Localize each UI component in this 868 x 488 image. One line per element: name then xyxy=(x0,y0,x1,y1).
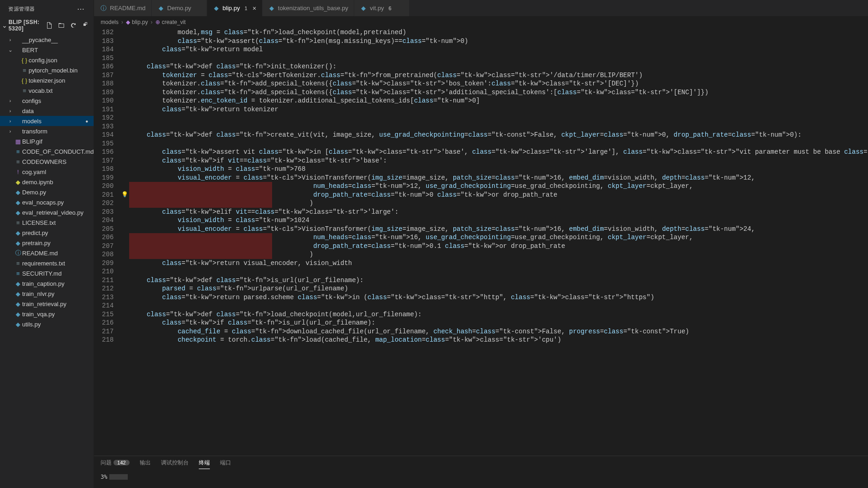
code-line[interactable]: parsed = class="tk-fn">urlparse(url_or_f… xyxy=(129,284,868,293)
panel-tab[interactable]: 问题142 xyxy=(101,459,129,469)
tree-file[interactable]: ◆utils.py xyxy=(0,319,94,329)
code-line[interactable]: class="tk-kw">return visual_encoder, vis… xyxy=(129,259,868,268)
tree-item-label: train_nlvr.py xyxy=(22,290,54,297)
code-line[interactable]: visual_encoder = class="tk-cls">VisionTr… xyxy=(129,174,868,182)
tree-file[interactable]: ≡requirements.txt xyxy=(0,258,94,268)
code-line[interactable]: num_heads=class="tk-num">12, use_grad_ch… xyxy=(129,182,868,191)
code-line[interactable]: class="tk-kw">return parsed.scheme class… xyxy=(129,293,868,302)
tree-folder[interactable]: ›configs xyxy=(0,96,94,106)
tree-folder[interactable]: ›data xyxy=(0,106,94,116)
tree-folder[interactable]: ⌄BERT xyxy=(0,45,94,55)
breadcrumb-item[interactable]: models xyxy=(101,19,119,25)
glyph-cell xyxy=(120,267,129,276)
code-line[interactable] xyxy=(129,122,868,131)
tree-file[interactable]: ◆eval_retrieval_video.py xyxy=(0,207,94,217)
tree-file[interactable]: ▦BLIP.gif xyxy=(0,136,94,146)
tree-file[interactable]: { }tokenizer.json xyxy=(0,75,94,85)
close-icon[interactable]: × xyxy=(252,5,256,12)
breadcrumb-item[interactable]: ◆blip.py xyxy=(126,19,148,25)
tree-file[interactable]: ◆pretrain.py xyxy=(0,238,94,248)
tree-folder[interactable]: ›__pycache__ xyxy=(0,35,94,45)
code-line[interactable] xyxy=(129,267,868,276)
tree-folder[interactable]: ›models xyxy=(0,116,94,126)
tree-folder[interactable]: ›transform xyxy=(0,126,94,136)
code-line[interactable]: vision_width = class="tk-num">768 xyxy=(129,165,868,174)
panel-tab[interactable]: 端口 xyxy=(220,459,231,469)
code-line[interactable]: tokenizer.enc_token_id = tokenizer.addit… xyxy=(129,96,868,105)
code-line[interactable]: cached_file = class="tk-fn">download_cac… xyxy=(129,327,868,336)
explorer-title-row: 资源管理器 ⋯ xyxy=(0,0,94,17)
editor-tab[interactable]: ◆blip.py1× xyxy=(207,0,262,16)
code-line[interactable]: model,msg = class="tk-fn">load_checkpoin… xyxy=(129,28,868,37)
panel-tab[interactable]: 调试控制台 xyxy=(161,459,189,469)
code-line[interactable]: tokenizer = class="tk-cls">BertTokenizer… xyxy=(129,71,868,80)
refresh-icon[interactable] xyxy=(70,22,77,29)
code-line[interactable]: class="tk-kw">return tokenizer xyxy=(129,105,868,114)
code-line[interactable] xyxy=(129,139,868,148)
lightbulb-icon[interactable]: 💡 xyxy=(121,191,128,199)
code-line[interactable]: class="tk-kw">def class="tk-fn">load_che… xyxy=(129,310,868,319)
tree-file[interactable]: ≡CODEOWNERS xyxy=(0,157,94,167)
tree-file[interactable]: ◆Demo.py xyxy=(0,187,94,197)
code-line[interactable]: drop_path_rate=class="tk-num">0 class="t… xyxy=(129,191,868,199)
code-line[interactable]: class="tk-kw">return model xyxy=(129,45,868,54)
tree-file[interactable]: ⓘREADME.md xyxy=(0,248,94,258)
tree-file[interactable]: ≡SECURITY.md xyxy=(0,268,94,278)
explorer-more-icon[interactable]: ⋯ xyxy=(75,5,86,13)
line-number: 184 xyxy=(94,45,113,54)
tree-file[interactable]: ≡vocab.txt xyxy=(0,85,94,96)
code-line[interactable]: class="tk-kw">def class="tk-fn">is_url(u… xyxy=(129,276,868,285)
txt-icon: ≡ xyxy=(14,158,22,165)
code-editor[interactable]: 1821831841851861871881891901911921931941… xyxy=(94,28,868,456)
code-line[interactable] xyxy=(129,301,868,310)
code-line[interactable]: ) xyxy=(129,250,868,259)
code-line[interactable]: drop_path_rate=class="tk-num">0.1 class=… xyxy=(129,242,868,251)
tree-file[interactable]: ≡LICENSE.txt xyxy=(0,217,94,228)
panel-tab[interactable]: 终端 xyxy=(199,459,210,469)
glyph-cell xyxy=(120,301,129,310)
tree-file[interactable]: ◆train_nlvr.py xyxy=(0,289,94,299)
code-line[interactable]: tokenizer.class="tk-fn">add_special_toke… xyxy=(129,79,868,88)
editor-tab[interactable]: ⓘREADME.md xyxy=(94,0,151,16)
tree-file[interactable]: !cog.yaml xyxy=(0,167,94,177)
code-line[interactable]: class="tk-kw">assert(class="tk-fn">len(m… xyxy=(129,37,868,46)
tree-file[interactable]: ◆demo.ipynb xyxy=(0,177,94,187)
code-line[interactable]: tokenizer.class="tk-fn">add_special_toke… xyxy=(129,88,868,97)
code-line[interactable]: num_heads=class="tk-num">16, use_grad_ch… xyxy=(129,233,868,242)
project-header[interactable]: ⌄ BLIP [SSH: 5320] xyxy=(0,17,94,34)
file-tree[interactable]: ›__pycache__⌄BERT{ }config.json≡pytorch_… xyxy=(0,34,94,488)
panel-tab[interactable]: 输出 xyxy=(140,459,151,469)
editor-tab[interactable]: ◆tokenization_utils_base.py xyxy=(262,0,355,16)
code-line[interactable] xyxy=(129,114,868,122)
tree-item-label: __pycache__ xyxy=(22,36,58,43)
code-content[interactable]: model,msg = class="tk-fn">load_checkpoin… xyxy=(129,28,868,456)
code-line[interactable]: class="tk-kw">assert vit class="tk-kw">i… xyxy=(129,148,868,157)
tree-file[interactable]: ◆train_retrieval.py xyxy=(0,299,94,309)
code-line[interactable]: class="tk-kw">def class="tk-fn">init_tok… xyxy=(129,62,868,71)
line-number: 205 xyxy=(94,225,113,234)
code-line[interactable]: visual_encoder = class="tk-cls">VisionTr… xyxy=(129,225,868,234)
tree-file[interactable]: ≡CODE_OF_CONDUCT.md xyxy=(0,146,94,157)
tree-file[interactable]: ◆train_caption.py xyxy=(0,278,94,289)
new-folder-icon[interactable] xyxy=(58,22,65,29)
code-line[interactable]: checkpoint = torch.class="tk-fn">load(ca… xyxy=(129,336,868,344)
collapse-all-icon[interactable] xyxy=(82,22,89,29)
code-line[interactable]: class="tk-kw">def class="tk-fn">create_v… xyxy=(129,131,868,139)
terminal-body[interactable]: 3% xyxy=(94,472,868,482)
tree-file[interactable]: ◆predict.py xyxy=(0,228,94,238)
code-line[interactable]: class="tk-kw">elif vit==class="tk-kw">cl… xyxy=(129,208,868,217)
code-line[interactable]: class="tk-kw">if vit==class="tk-kw">clas… xyxy=(129,157,868,165)
tree-file[interactable]: ◆eval_nocaps.py xyxy=(0,197,94,207)
tree-file[interactable]: ◆train_vqa.py xyxy=(0,309,94,319)
code-line[interactable]: class="tk-kw">if class="tk-fn">is_url(ur… xyxy=(129,319,868,327)
new-file-icon[interactable] xyxy=(46,22,53,29)
tree-file[interactable]: { }config.json xyxy=(0,55,94,65)
code-line[interactable] xyxy=(129,54,868,63)
tree-file[interactable]: ≡pytorch_model.bin xyxy=(0,65,94,75)
tree-item-label: demo.ipynb xyxy=(22,179,53,186)
code-line[interactable]: ) xyxy=(129,199,868,208)
editor-tab[interactable]: ◆vit.py6 xyxy=(354,0,410,16)
editor-tab[interactable]: ◆Demo.py xyxy=(152,0,207,16)
code-line[interactable]: vision_width = class="tk-num">1024 xyxy=(129,216,868,225)
breadcrumb-item[interactable]: ⊕create_vit xyxy=(155,19,186,25)
